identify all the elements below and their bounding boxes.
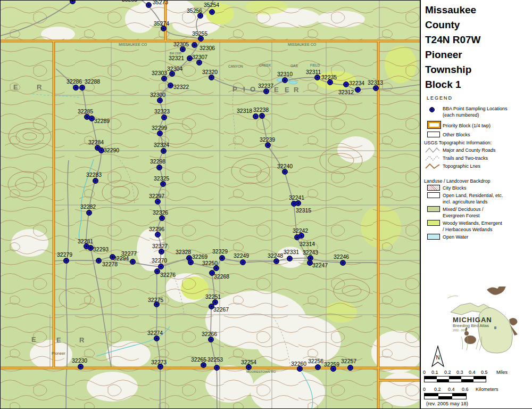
bba-point-label-32234: 32234 (349, 80, 364, 86)
bba-point-32296 (155, 232, 161, 238)
bba-point-label-32311: 32311 (306, 69, 321, 75)
legend-open-swatch (427, 192, 440, 198)
bba-point-32234 (343, 81, 349, 87)
bba-point-label-32251: 32251 (205, 294, 221, 300)
bba-point-32266 (208, 337, 214, 342)
bba-point-label-32283: 32283 (86, 172, 102, 178)
legend-bba-label-2: (each numbered) (443, 112, 479, 118)
legend-other-swatch (427, 132, 440, 137)
bba-point-label-32230: 32230 (72, 358, 87, 364)
legend-water-swatch (427, 234, 440, 240)
bba-point-label-32307: 32307 (192, 54, 207, 60)
bba-point-label-32318: 32318 (237, 108, 252, 114)
bba-point-32240 (282, 169, 288, 175)
bba-point-32283 (93, 178, 98, 184)
legend-trails-label: Trails and Two-tracks (443, 156, 488, 161)
bba-point-32289 (89, 116, 95, 121)
bba-point-label-32320: 32320 (202, 69, 218, 75)
bba-point-label-32268: 32268 (214, 274, 229, 280)
bba-point-label-32286: 32286 (66, 79, 82, 85)
bba-point-35254 (209, 9, 215, 15)
bba-point-32312 (355, 87, 361, 93)
bba-point-label-32256: 32256 (308, 358, 323, 364)
bba-point-32329 (219, 255, 225, 261)
map-title: Missaukee County T24N R07W Pioneer Towns… (425, 3, 481, 92)
bba-point-label-32246: 32246 (334, 254, 349, 260)
side-panel: Missaukee County T24N R07W Pioneer Towns… (420, 0, 532, 409)
bba-point-label-32278: 32278 (102, 261, 118, 267)
bba-point-32290 (98, 148, 104, 153)
miles-scale-bar (424, 376, 486, 382)
bba-point-label-35273: 35273 (153, 0, 168, 5)
bba-point-label-32298: 32298 (150, 159, 165, 165)
bba-point-32310 (282, 77, 288, 83)
bba-point-32239 (265, 142, 271, 148)
bba-point-label-32322: 32322 (173, 84, 189, 90)
miles-tick-1: 0.1 (431, 370, 438, 375)
bba-point-label-32312: 32312 (338, 89, 354, 95)
bba-point-label-32310: 32310 (277, 71, 293, 77)
bba-point-label-32248: 32248 (268, 253, 283, 259)
trails-line-icon (425, 154, 440, 161)
logo-years: 2002 - 2007 (453, 329, 467, 332)
map-letter-2: P (232, 86, 238, 93)
map-text-pioneer: Pioneer (52, 351, 65, 356)
bba-point-label-32257: 32257 (341, 358, 356, 364)
bba-point-label-32270: 32270 (152, 258, 167, 264)
bba-point-32324 (161, 148, 167, 154)
map-letter-4: O (250, 86, 256, 93)
bba-point-32248 (273, 258, 279, 264)
bba-point-label-32238: 32238 (253, 107, 269, 113)
bba-point-32303 (161, 76, 167, 81)
map-letter-9: E (56, 337, 62, 343)
bba-point-label-32325: 32325 (154, 176, 169, 182)
bba-point-label-35274: 35274 (154, 21, 169, 27)
map-text-missaukee-co: MISSAUKEE CO (119, 43, 147, 47)
topo-line-icon (425, 162, 440, 169)
bba-point-32274 (154, 336, 160, 341)
legend-open-label-2: incl. agriculture lands (443, 199, 488, 204)
bba-point-label-32299: 32299 (152, 125, 167, 131)
bba-point-label-32293: 32293 (93, 247, 109, 252)
bba-point-label-32237: 32237 (258, 83, 273, 89)
bba-point-32298 (156, 165, 162, 170)
miles-tick-3: 0.3 (456, 370, 463, 375)
legend-roads-label: Major and County Roads (443, 148, 496, 153)
bba-point-32311 (314, 75, 320, 80)
bba-point-32320 (209, 75, 214, 80)
bba-point-label-32247: 32247 (312, 263, 328, 268)
bba-point-32318 (253, 113, 259, 119)
bba-point-label-32242: 32242 (293, 228, 308, 234)
bba-point-32249 (240, 259, 246, 265)
bba-point-label-32260: 32260 (291, 361, 306, 367)
km-tick-3: 0.6 (462, 387, 469, 392)
north-arrow: N (430, 345, 445, 367)
bba-point-label-32281: 32281 (78, 239, 93, 244)
map-overlay: ERPIOEEREERMISSAUKEE COMISSAUKEE COCANYO… (1, 1, 420, 409)
map-text-creek: CREEK (259, 63, 271, 68)
bba-point-32323 (161, 114, 167, 120)
bba-point-label-32324: 32324 (154, 142, 169, 148)
bba-point-32237 (263, 88, 269, 94)
bba-point-label-32239: 32239 (260, 137, 275, 143)
bba-point-label-32273: 32273 (151, 359, 167, 365)
bba-point-label-32304: 32304 (167, 66, 182, 72)
bba-point-32327 (159, 249, 164, 255)
logo-numeral: II (494, 326, 496, 330)
legend-water-label: Open Water (443, 234, 468, 240)
legend-topo-label: Topographic Lnes (443, 163, 480, 169)
bba-point-32276 (154, 268, 160, 274)
km-unit: Kilometers (476, 387, 498, 392)
bba-point-32269 (188, 259, 194, 265)
bba-point-label-32297: 32297 (149, 193, 164, 199)
bba-point-label-32259: 32259 (324, 362, 339, 367)
bba-point-32300 (157, 97, 163, 103)
bba-point-label-32306: 32306 (200, 45, 215, 51)
bba-point-label-32277: 32277 (121, 251, 137, 257)
bba-point-32257 (347, 365, 353, 371)
bba-point-label-32290: 32290 (104, 148, 119, 153)
bba-point-32277 (130, 259, 136, 265)
bba-point-label-32267: 32267 (213, 307, 229, 313)
bba-point-32246 (340, 260, 346, 266)
bba-point-32326 (159, 215, 165, 221)
